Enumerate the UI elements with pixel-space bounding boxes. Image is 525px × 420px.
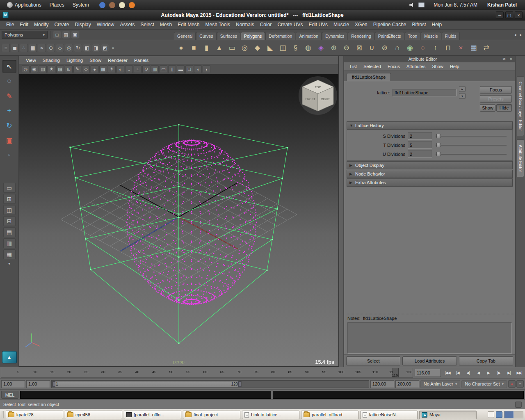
bookmark-icon[interactable]: ★ <box>48 65 55 73</box>
isolate-select-icon[interactable]: ⊙ <box>142 65 150 73</box>
s-divisions-field[interactable] <box>408 132 432 140</box>
shelf-tab[interactable]: Animation <box>296 32 322 40</box>
shelf-next-icon[interactable]: ▸ <box>518 32 523 37</box>
shelf-tab[interactable]: PaintEffects <box>375 32 404 40</box>
ae-menu-item[interactable]: Attributes <box>403 64 429 69</box>
gate-mask-icon[interactable]: ▬ <box>177 65 185 73</box>
smooth-icon[interactable]: ◉ <box>404 41 416 54</box>
boolean-difference-icon[interactable]: ⊘ <box>378 41 391 54</box>
select-tool[interactable]: ↖ <box>2 60 16 73</box>
select-by-object-icon[interactable]: ◼ <box>11 44 19 52</box>
notification-applet-icon[interactable] <box>488 411 494 418</box>
menu-item[interactable]: Display <box>72 21 94 29</box>
multi-cut-icon[interactable]: × <box>454 41 467 54</box>
shelf-tab[interactable]: Fluids <box>442 32 460 40</box>
render-view-icon[interactable]: ◧ <box>83 44 91 52</box>
taskbar-grip[interactable] <box>2 411 4 418</box>
poly-prism-icon[interactable]: ◆ <box>251 41 264 54</box>
shelf-tab[interactable]: Toon <box>405 32 421 40</box>
workspace-cell[interactable] <box>514 411 523 418</box>
toolbox-more-icon[interactable]: ▾ <box>8 261 10 266</box>
shelf-tab[interactable]: General <box>174 32 196 40</box>
section-object-display[interactable]: ▶ Object Display <box>347 161 513 169</box>
shelf-tab[interactable]: Surfaces <box>217 32 240 40</box>
camera-select-icon[interactable]: ◎ <box>22 65 30 73</box>
slider-handle[interactable] <box>436 134 441 138</box>
maximize-button[interactable]: ▢ <box>505 11 513 18</box>
ae-menu-item[interactable]: Help <box>447 64 463 69</box>
clock[interactable]: Mon Jun 8, 7:57 AM <box>429 2 482 8</box>
poly-pyramid-icon[interactable]: ◣ <box>264 41 276 54</box>
ae-menu-item[interactable]: List <box>347 64 360 69</box>
safe-display-icon[interactable]: ◻ <box>185 65 193 73</box>
focus-button[interactable]: Focus <box>480 86 512 94</box>
menu-item[interactable]: Pipeline Cache <box>370 21 409 29</box>
select-button[interactable]: Select <box>346 356 400 365</box>
step-forward-frame-button[interactable]: ▶| <box>504 369 514 377</box>
display-settings-icon[interactable] <box>418 2 425 7</box>
display-applet-icon[interactable] <box>496 411 502 418</box>
load-attributes-button[interactable]: Load Attributes <box>402 356 457 365</box>
viewport-menu-item[interactable]: View <box>23 58 39 63</box>
play-backward-button[interactable]: ◀ <box>473 369 483 377</box>
make-live-icon[interactable]: ◎ <box>65 44 73 52</box>
ae-close-icon[interactable]: × <box>508 57 514 62</box>
menu-item[interactable]: Create UVs <box>274 21 306 29</box>
shadows-icon[interactable]: ◐ <box>116 65 124 73</box>
help-line-icon[interactable] <box>515 402 522 408</box>
resolution-gate-icon[interactable]: ▭ <box>160 65 167 73</box>
anim-layer-dropdown[interactable]: No Anim Layer ▾ <box>420 380 461 388</box>
grease-pencil-icon[interactable]: ✎ <box>73 65 81 73</box>
select-by-component-icon[interactable]: ∴ <box>20 44 28 52</box>
applications-menu[interactable]: Applications <box>3 0 45 10</box>
layout-single-icon[interactable]: ▭ <box>3 183 16 193</box>
character-set-dropdown[interactable]: No Character Set ▾ <box>461 380 507 388</box>
bridge-icon[interactable]: ⊓ <box>442 41 454 54</box>
layout-persp-graph-icon[interactable]: ▤ <box>3 227 16 237</box>
time-slider-playhead[interactable]: 116 <box>393 368 399 377</box>
command-line-language-toggle[interactable]: MEL <box>1 391 18 399</box>
xray-icon[interactable]: ◖ <box>194 65 202 73</box>
menu-item[interactable]: Modify <box>31 21 51 29</box>
camera-lock-icon[interactable]: ◉ <box>30 65 38 73</box>
side-panel-tab[interactable]: Channel Box / Layer Editor <box>517 76 524 136</box>
system-menu[interactable]: System <box>69 0 93 10</box>
notes-textarea[interactable] <box>347 322 512 354</box>
close-button[interactable]: × <box>515 11 523 18</box>
paint-select-tool[interactable]: ✎ <box>2 89 16 103</box>
poly-soccer-ball-icon[interactable]: ◍ <box>302 41 315 54</box>
snap-to-plane-icon[interactable]: ◇ <box>56 44 64 52</box>
animation-start-field[interactable] <box>1 380 25 388</box>
tab-ffd1latticeshape[interactable]: ffd1LatticeShape <box>347 73 391 81</box>
separate-icon[interactable]: ⊖ <box>340 41 353 54</box>
slider-handle[interactable] <box>436 152 441 156</box>
taskbar-item[interactable]: parallel_offload <box>301 411 358 419</box>
layout-four-view-icon[interactable]: ⊞ <box>3 194 16 204</box>
step-back-frame-button[interactable]: |◀ <box>453 369 463 377</box>
menu-item[interactable]: Mesh Tools <box>203 21 233 29</box>
s-divisions-slider[interactable] <box>436 133 507 139</box>
menu-item[interactable]: Normals <box>233 21 257 29</box>
shelf-tab[interactable]: Dynamics <box>322 32 347 40</box>
playback-end-field[interactable] <box>370 380 394 388</box>
command-line-input[interactable] <box>20 391 271 399</box>
ssao-icon[interactable]: ◒ <box>125 65 133 73</box>
side-panel-tab[interactable]: Attribute Editor <box>517 139 524 177</box>
render-settings-icon[interactable]: ◩ <box>101 44 109 52</box>
ae-menu-item[interactable]: Focus <box>384 64 403 69</box>
menu-item[interactable]: Window <box>94 21 117 29</box>
taskbar-item[interactable]: kpatel28 <box>6 411 63 419</box>
animation-end-field[interactable] <box>395 380 419 388</box>
poly-plane-icon[interactable]: ▭ <box>226 41 238 54</box>
section-lattice-history[interactable]: ▼ Lattice History <box>347 121 513 130</box>
viewport-menu-item[interactable]: Panels <box>131 58 152 63</box>
menu-item[interactable]: Edit <box>17 21 31 29</box>
shelf-tab[interactable]: Muscle <box>421 32 441 40</box>
shelf-tab[interactable]: Curves <box>196 32 216 40</box>
playback-start-field[interactable] <box>26 380 50 388</box>
lights-icon[interactable]: ☀ <box>108 65 116 73</box>
poly-platonic-icon[interactable]: ◈ <box>315 41 327 54</box>
viewport-canvas[interactable]: persp 15.4 fps <box>19 74 338 366</box>
rotate-tool[interactable]: ↻ <box>2 119 16 132</box>
layout-2-stacked-icon[interactable]: ⊟ <box>3 216 16 226</box>
